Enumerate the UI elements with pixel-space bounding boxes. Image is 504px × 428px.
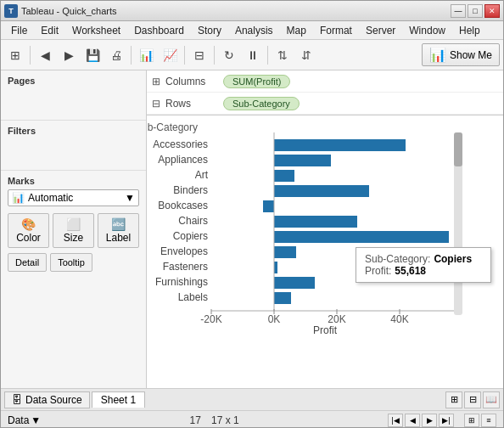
toolbar-pause-btn[interactable]: ⏸ xyxy=(242,44,264,66)
nav-last-button[interactable]: ▶| xyxy=(439,414,454,427)
datasource-dropdown[interactable]: Data ▼ xyxy=(8,414,41,426)
window-controls[interactable]: — □ ✕ xyxy=(451,4,500,18)
menu-help[interactable]: Help xyxy=(452,23,487,38)
new-dashboard-button[interactable]: ⊟ xyxy=(464,391,481,408)
size-button[interactable]: ⬜ Size xyxy=(53,213,94,248)
sheet-tab[interactable]: Sheet 1 xyxy=(92,391,145,408)
filters-content xyxy=(8,139,139,165)
status-nav: |◀ ◀ ▶ ▶| ⊞ ≡ xyxy=(388,414,496,427)
toolbar-filter-btn[interactable]: ⊟ xyxy=(188,44,210,66)
tooltip-subcategory-value: Copiers xyxy=(434,253,472,265)
rows-pill[interactable]: Sub-Category xyxy=(223,97,300,110)
toolbar-sort-desc-btn[interactable]: ⇵ xyxy=(295,44,317,66)
svg-text:Appliances: Appliances xyxy=(158,154,208,166)
row-count: 17 xyxy=(190,414,201,426)
label-button[interactable]: 🔤 Label xyxy=(98,213,139,248)
new-story-button[interactable]: 📖 xyxy=(483,391,500,408)
app-icon-letter: T xyxy=(8,7,14,15)
menu-worksheet[interactable]: Worksheet xyxy=(65,23,127,38)
columns-shelf: ⊞ Columns SUM(Profit) xyxy=(147,70,503,93)
toolbar: ⊞ ◀ ▶ 💾 🖨 📊 📈 ⊟ ↻ ⏸ ⇅ ⇵ 📊 Show Me xyxy=(1,40,503,70)
color-button[interactable]: 🎨 Color xyxy=(8,213,49,248)
svg-text:-20K: -20K xyxy=(200,313,221,325)
svg-rect-17 xyxy=(274,216,357,228)
rows-label: Rows xyxy=(165,98,216,110)
columns-pill[interactable]: SUM(Profit) xyxy=(223,75,290,88)
toolbar-refresh-btn[interactable]: ↻ xyxy=(218,44,240,66)
close-button[interactable]: ✕ xyxy=(484,4,500,18)
menu-server[interactable]: Server xyxy=(359,23,402,38)
sheet-tab-label: Sheet 1 xyxy=(101,394,136,406)
menu-map[interactable]: Map xyxy=(280,23,313,38)
datasource-tab-label: Data Source xyxy=(25,394,82,406)
marks-dropdown-arrow: ▼ xyxy=(125,192,135,204)
toolbar-back-btn[interactable]: ◀ xyxy=(34,44,56,66)
title-bar-left: T Tableau - Quick_charts xyxy=(4,4,117,18)
toolbar-save-btn[interactable]: 💾 xyxy=(81,44,104,66)
view-toggle-2[interactable]: ≡ xyxy=(481,414,496,427)
tooltip-button[interactable]: Tooltip xyxy=(50,253,92,272)
nav-prev-button[interactable]: ◀ xyxy=(405,414,420,427)
menu-file[interactable]: File xyxy=(4,23,34,38)
size-label: Size xyxy=(64,232,83,244)
pages-section: Pages xyxy=(1,70,146,121)
new-worksheet-button[interactable]: ⊞ xyxy=(445,391,462,408)
svg-text:Envelopes: Envelopes xyxy=(160,245,208,257)
toolbar-grid-btn[interactable]: ⊞ xyxy=(4,44,26,66)
toolbar-sort-asc-btn[interactable]: ⇅ xyxy=(272,44,294,66)
rows-shelf: ⊟ Rows Sub-Category xyxy=(147,93,503,115)
menu-format[interactable]: Format xyxy=(313,23,359,38)
svg-text:Accessories: Accessories xyxy=(153,138,208,150)
status-numbers: 17 17 x 1 xyxy=(190,414,239,426)
datasource-tab[interactable]: 🗄 Data Source xyxy=(4,391,90,408)
show-me-label: Show Me xyxy=(450,49,492,61)
tooltip-profit-value: 55,618 xyxy=(395,265,426,277)
svg-rect-12 xyxy=(274,139,406,151)
dimensions-info: 17 x 1 xyxy=(211,414,239,426)
toolbar-line-chart-btn[interactable]: 📈 xyxy=(159,44,181,66)
menu-dashboard[interactable]: Dashboard xyxy=(127,23,191,38)
svg-text:Chairs: Chairs xyxy=(178,215,208,227)
svg-rect-22 xyxy=(274,292,291,304)
show-me-button[interactable]: 📊 Show Me xyxy=(422,43,500,66)
svg-rect-19 xyxy=(274,246,296,258)
label-icon: 🔤 xyxy=(111,217,126,231)
nav-first-button[interactable]: |◀ xyxy=(388,414,403,427)
toolbar-sep-3 xyxy=(184,46,185,65)
svg-text:Fasteners: Fasteners xyxy=(163,261,208,273)
left-panel: Pages Filters Marks 📊 Automatic ▼ 🎨 Colo… xyxy=(1,70,147,388)
marks-label: Marks xyxy=(8,176,139,186)
detail-button[interactable]: Detail xyxy=(8,253,47,272)
right-area: ⊞ Columns SUM(Profit) ⊟ Rows Sub-Categor… xyxy=(147,70,503,388)
tooltip-subcategory-key: Sub-Category: xyxy=(365,253,430,265)
color-label: Color xyxy=(16,232,41,244)
svg-rect-21 xyxy=(274,277,315,289)
view-toggle-1[interactable]: ⊞ xyxy=(464,414,479,427)
menu-edit[interactable]: Edit xyxy=(34,23,65,38)
datasource-tab-icon: 🗄 xyxy=(12,394,22,406)
status-left: Data ▼ xyxy=(8,414,41,426)
datasource-status-label: Data xyxy=(8,414,29,426)
tooltip-profit-row: Profit: 55,618 xyxy=(365,265,482,277)
menu-analysis[interactable]: Analysis xyxy=(228,23,280,38)
nav-next-button[interactable]: ▶ xyxy=(422,414,437,427)
window-title: Tableau - Quick_charts xyxy=(21,6,117,16)
toolbar-print-btn[interactable]: 🖨 xyxy=(105,44,127,66)
tooltip-profit-key: Profit: xyxy=(365,265,391,277)
menu-story[interactable]: Story xyxy=(191,23,228,38)
menu-window[interactable]: Window xyxy=(402,23,452,38)
toolbar-bar-chart-btn[interactable]: 📊 xyxy=(135,44,157,66)
svg-rect-13 xyxy=(274,155,331,166)
shelves: ⊞ Columns SUM(Profit) ⊟ Rows Sub-Categor… xyxy=(147,70,503,115)
marks-type-value: Automatic xyxy=(28,192,73,204)
nav-spacer xyxy=(456,414,462,427)
toolbar-forward-btn[interactable]: ▶ xyxy=(58,44,80,66)
chart-area: Sub-Category Accessories Appliances Art … xyxy=(147,115,503,388)
filters-label: Filters xyxy=(8,126,139,136)
maximize-button[interactable]: □ xyxy=(468,4,483,18)
rows-grid-icon: ⊟ xyxy=(152,98,160,110)
minimize-button[interactable]: — xyxy=(451,4,466,18)
marks-type-dropdown[interactable]: 📊 Automatic ▼ xyxy=(8,189,139,206)
datasource-dropdown-arrow: ▼ xyxy=(31,414,41,426)
bottom-tabs: 🗄 Data Source Sheet 1 ⊞ ⊟ 📖 xyxy=(1,388,503,410)
